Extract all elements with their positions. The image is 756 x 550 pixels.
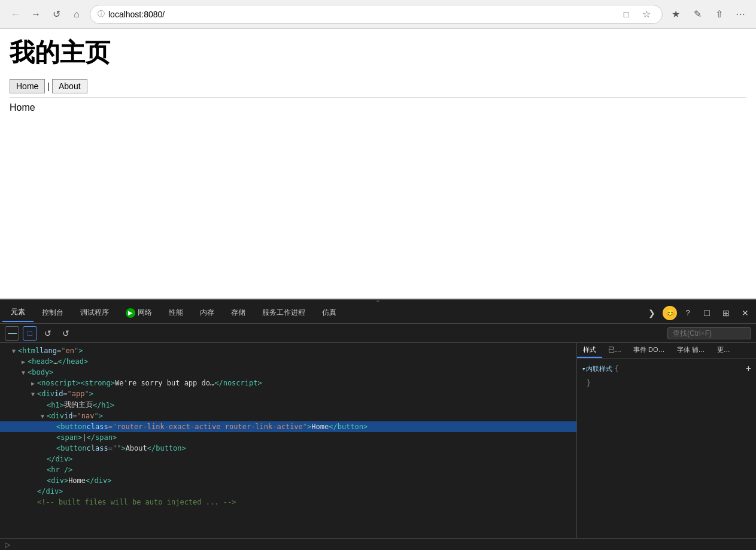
split-tab-button[interactable]: □	[618, 6, 634, 23]
page-content: Home	[10, 102, 746, 113]
annotate-button[interactable]: ✎	[689, 6, 706, 23]
reload-button[interactable]: ↺	[48, 6, 65, 23]
back-button[interactable]: ←	[7, 6, 24, 23]
page-area: 我的主页 Home | About Home	[0, 29, 756, 304]
home-button[interactable]: ⌂	[68, 6, 85, 23]
page-nav-bar: Home | About	[10, 79, 746, 93]
forward-button[interactable]: →	[28, 6, 44, 23]
home-nav-button[interactable]: Home	[10, 79, 45, 93]
address-bar-container: ⓘ □ ☆	[90, 5, 663, 24]
devtools-panel: 元素 控制台 调试程序 ▶ 网络 性能 内存 存储 服务工作进程 仿真 ❯ 😊 …	[0, 299, 756, 304]
about-nav-button[interactable]: About	[52, 79, 87, 93]
security-icon: ⓘ	[98, 9, 105, 19]
nav-divider	[10, 97, 746, 98]
nav-buttons: ← → ↺ ⌂	[7, 6, 85, 23]
share-button[interactable]: ⇧	[711, 6, 727, 23]
more-button[interactable]: ⋯	[732, 6, 749, 23]
devtools-tabs: 元素 控制台 调试程序 ▶ 网络 性能 内存 存储 服务工作进程 仿真 ❯ 😊 …	[0, 302, 756, 304]
browser-chrome: ← → ↺ ⌂ ⓘ □ ☆ ★ ✎ ⇧ ⋯	[0, 0, 756, 29]
nav-separator: |	[45, 80, 52, 93]
page-title: 我的主页	[10, 36, 746, 69]
address-bar[interactable]	[108, 10, 614, 19]
collections-button[interactable]: ★	[667, 6, 684, 23]
favorites-button[interactable]: ☆	[638, 6, 655, 23]
browser-actions: ★ ✎ ⇧ ⋯	[667, 6, 749, 23]
tab-elements[interactable]: 元素	[2, 303, 34, 304]
